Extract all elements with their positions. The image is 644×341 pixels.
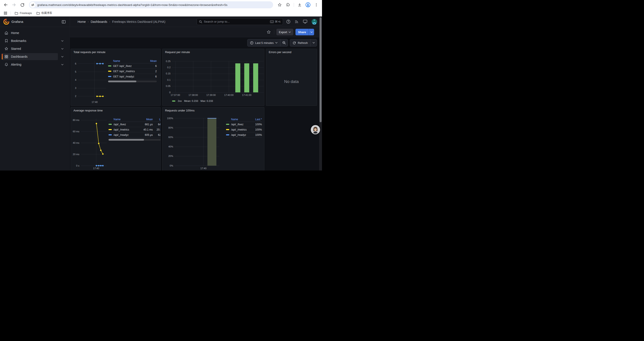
legend-hscrollbar[interactable] (108, 81, 157, 82)
svg-text:3: 3 (75, 87, 76, 89)
series-color-pill (108, 129, 112, 130)
puzzle-icon (286, 3, 290, 7)
refresh-button[interactable]: Refresh (290, 39, 310, 46)
active-accent-bar (2, 54, 3, 60)
zoom-out-time-button[interactable] (280, 39, 288, 46)
bookmark-icon (4, 39, 8, 43)
legend-series-name[interactable]: /api/_/metrics (226, 128, 249, 131)
share-button[interactable]: Share (296, 29, 309, 35)
svg-text:17:37:00: 17:37:00 (171, 94, 180, 96)
kiosk-mode-button[interactable] (303, 20, 307, 24)
svg-text:60 ms: 60 ms (73, 130, 79, 133)
sidebar-item-bookmarks[interactable]: Bookmarks (2, 37, 58, 44)
svg-text:5: 5 (75, 71, 76, 73)
panel-title[interactable]: Errors per second (269, 51, 291, 54)
profile-avatar-icon (305, 2, 310, 8)
legend-series-name[interactable]: /api/_/livez (226, 123, 249, 126)
page-scrollbar[interactable] (319, 17, 322, 171)
legend-row: GET /api/_/readyz6 (108, 74, 157, 79)
apps-grid-button[interactable] (3, 10, 8, 16)
legend-value: 100% (249, 123, 262, 126)
legend-column-header[interactable]: Last * (249, 118, 262, 121)
sidebar-expand-starred[interactable] (60, 47, 64, 51)
breadcrumb-dashboards[interactable]: Dashboards (91, 20, 108, 24)
back-icon (4, 3, 8, 7)
breadcrumb-home[interactable]: Home (78, 20, 86, 24)
bookmarks-divider (10, 12, 11, 15)
legend-column-header[interactable]: Last * (153, 118, 161, 121)
share-menu-button[interactable] (309, 29, 314, 35)
legend-value: 100% (249, 128, 262, 131)
panel-requests-under-100ms: Requests under 100ms 100%80%60%40%20%0%1… (162, 107, 264, 171)
legend-value: 661 µs (136, 123, 153, 126)
profile-button[interactable] (304, 1, 312, 8)
help-button[interactable] (286, 20, 290, 24)
toggle-sidebar-button[interactable] (60, 18, 67, 25)
legend-row: GET /api/_/livez6 (108, 63, 157, 69)
request-per-minute-chart[interactable]: 0.250.20.150.10.05017:37:0017:38:0017:39… (162, 49, 264, 106)
bookmark-blog-favorites[interactable]: 收藏博客 (35, 11, 54, 16)
browser-menu-button[interactable] (313, 1, 320, 8)
news-button[interactable] (294, 20, 299, 24)
site-settings-icon[interactable] (30, 2, 36, 8)
bookmark-star-button[interactable] (276, 1, 283, 8)
legend-column-header[interactable]: Name (108, 60, 146, 63)
legend-series-name[interactable]: GET /api/_/metrics (108, 70, 146, 73)
legend-column-header[interactable]: Mean (136, 118, 153, 121)
legend-series-name[interactable]: GET /api/_/readyz (108, 75, 146, 78)
export-button[interactable]: Export (276, 29, 293, 35)
bookmark-freeleaps[interactable]: Freeleaps (13, 11, 34, 15)
forward-button[interactable] (10, 1, 18, 8)
no-data-message: No data (266, 79, 317, 84)
dashboard-canvas: Last 5 minutes Refresh (70, 38, 319, 171)
legend-series-name[interactable]: /api/_/metrics (108, 128, 136, 131)
sidebar-row-bookmarks: Bookmarks (0, 37, 70, 45)
sidebar-expand-bookmarks[interactable] (60, 39, 64, 43)
svg-text:80%: 80% (168, 126, 173, 129)
panel-request-per-minute: Request per minute 0.250.20.150.10.05017… (162, 49, 264, 106)
legend-series-name[interactable]: GET /api/_/livez (108, 65, 146, 68)
legend-max: Max: 0.233 (200, 100, 213, 102)
forward-icon (12, 3, 16, 7)
legend-column-header[interactable]: Name (226, 118, 249, 121)
legend-series-name[interactable]: /api/_/livez (108, 123, 136, 126)
downloads-button[interactable] (296, 1, 303, 8)
user-avatar-icon (312, 19, 317, 25)
user-avatar[interactable] (312, 19, 317, 25)
legend-series-name[interactable]: /api/_/readyz (108, 133, 136, 137)
legend-series-name[interactable]: /api/_/readyz (226, 133, 249, 137)
topnav-icons (286, 17, 317, 27)
url-bar[interactable]: grafana.mathmast.com/d/deytv4rwavabkb/fr… (29, 1, 273, 8)
legend-value: 100% (249, 133, 262, 137)
sidebar-item-home[interactable]: Home (2, 30, 58, 37)
legend-hscrollbar[interactable] (108, 139, 161, 141)
legend-hscrollbar-thumb[interactable] (108, 81, 136, 82)
refresh-interval-button[interactable] (310, 39, 317, 46)
sidebar-item-alerting[interactable]: Alerting (2, 61, 58, 68)
reload-button[interactable] (19, 1, 26, 8)
brand-name[interactable]: Grafana (12, 20, 23, 24)
sidebar-expand-dashboards[interactable] (60, 55, 64, 59)
search-input[interactable]: Search or jump to... ⌘+k (196, 18, 283, 25)
legend-hscrollbar-thumb[interactable] (108, 139, 144, 141)
toolbar-divider (294, 3, 294, 7)
extensions-button[interactable] (284, 1, 292, 8)
legend-series-name[interactable]: 2xx (178, 100, 182, 102)
floating-assistant-avatar[interactable] (312, 126, 319, 134)
favorite-dashboard-button[interactable] (266, 29, 272, 35)
legend-column-header[interactable]: Mean (146, 60, 157, 63)
legend-value: 6 (146, 75, 157, 78)
star-icon (278, 3, 282, 7)
back-button[interactable] (2, 1, 9, 8)
time-range-picker[interactable]: Last 5 minutes (248, 39, 280, 46)
sidebar-expand-alerting[interactable] (60, 63, 64, 67)
series-color-pill (108, 76, 111, 77)
svg-text:17:40:00: 17:40:00 (224, 94, 234, 96)
scrollbar-thumb[interactable] (320, 17, 322, 122)
grafana-logo[interactable] (4, 19, 9, 25)
time-range-label: Last 5 minutes (255, 41, 274, 45)
svg-text:40%: 40% (168, 145, 173, 148)
sidebar-item-dashboards[interactable]: Dashboards (2, 53, 58, 60)
legend-column-header[interactable]: Name (108, 118, 136, 121)
sidebar-item-starred[interactable]: Starred (2, 45, 58, 52)
